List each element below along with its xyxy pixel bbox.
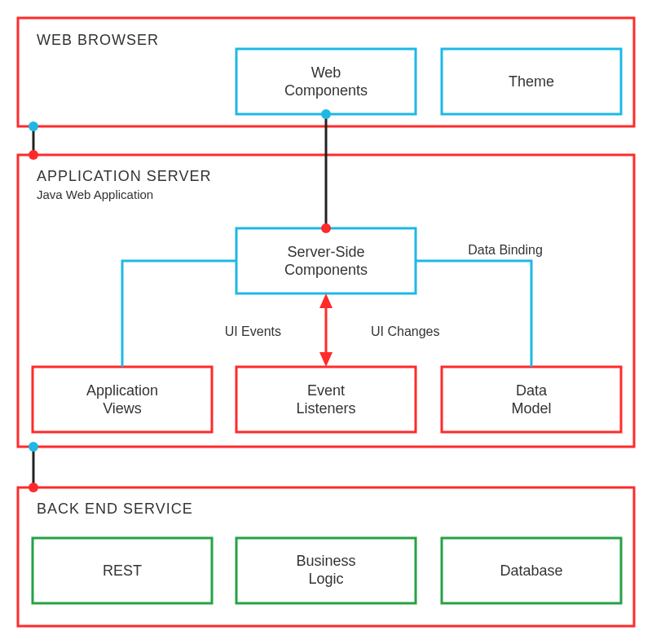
box-rest-label: REST bbox=[103, 562, 142, 579]
box-server-side-components-label-l1: Server-Side bbox=[287, 244, 364, 260]
box-web-components bbox=[236, 49, 416, 114]
endpoint-dot-blue-icon bbox=[29, 121, 38, 131]
edge-label-ui-events: UI Events bbox=[225, 324, 281, 338]
section-web-browser-title: WEB BROWSER bbox=[37, 32, 159, 48]
box-theme-label: Theme bbox=[509, 73, 554, 90]
edge-label-data-binding: Data Binding bbox=[468, 243, 543, 257]
box-server-side-components bbox=[236, 228, 416, 293]
arrowhead-down-icon bbox=[319, 352, 333, 367]
endpoint-dot-red-icon bbox=[29, 483, 38, 492]
arrowhead-up-icon bbox=[319, 293, 333, 308]
edge-label-ui-changes: UI Changes bbox=[371, 324, 440, 338]
section-backend-service-title: BACK END SERVICE bbox=[37, 501, 193, 517]
endpoint-dot-red-icon bbox=[29, 150, 38, 160]
section-application-server-title: APPLICATION SERVER bbox=[37, 168, 211, 184]
box-data-model bbox=[442, 367, 621, 432]
endpoint-dot-blue-icon bbox=[29, 442, 38, 452]
box-event-listeners-label-l2: Listeners bbox=[296, 400, 355, 417]
box-data-model-label-l2: Model bbox=[511, 400, 551, 417]
box-data-model-label-l1: Data bbox=[516, 382, 548, 399]
box-database-label: Database bbox=[500, 562, 562, 579]
box-application-views-label-l2: Views bbox=[103, 400, 142, 417]
box-web-components-label-l2: Components bbox=[284, 82, 368, 99]
endpoint-dot-blue-icon bbox=[321, 109, 331, 119]
connector-ssc-to-views bbox=[122, 261, 236, 367]
box-web-components-label-l1: Web bbox=[311, 64, 341, 81]
endpoint-dot-red-icon bbox=[321, 223, 331, 233]
box-server-side-components-label-l2: Components bbox=[284, 262, 368, 278]
box-application-views-label-l1: Application bbox=[86, 382, 158, 399]
box-business-logic-label-l2: Logic bbox=[308, 571, 343, 587]
box-event-listeners-label-l1: Event bbox=[307, 382, 345, 399]
box-business-logic-label-l1: Business bbox=[296, 553, 355, 569]
connector-ssc-to-datamodel bbox=[416, 261, 531, 367]
section-application-server-subtitle: Java Web Application bbox=[37, 187, 153, 201]
box-event-listeners bbox=[236, 367, 416, 432]
box-application-views bbox=[33, 367, 212, 432]
